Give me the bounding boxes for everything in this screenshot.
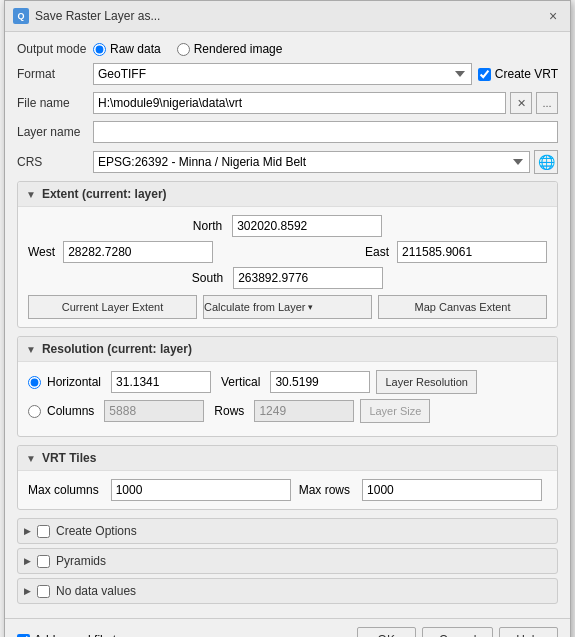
create-vrt-checkbox[interactable]	[478, 68, 491, 81]
pyramids-checkbox[interactable]	[37, 555, 50, 568]
layer-name-row: Layer name	[17, 121, 558, 143]
current-layer-extent-button[interactable]: Current Layer Extent	[28, 295, 197, 319]
file-name-input[interactable]	[93, 92, 506, 114]
browse-file-button[interactable]: ...	[536, 92, 558, 114]
east-group: East	[365, 241, 547, 263]
west-group: West	[28, 241, 213, 263]
crs-select[interactable]: EPSG:26392 - Minna / Nigeria Mid Belt	[93, 151, 530, 173]
pyramids-arrow-icon: ▶	[24, 556, 31, 566]
east-label: East	[365, 245, 389, 259]
footer-left: Add saved file to map	[17, 633, 149, 637]
crs-globe-button[interactable]: 🌐	[534, 150, 558, 174]
south-row: South	[28, 267, 547, 289]
vrt-tiles-section: ▼ VRT Tiles Max columns Max rows	[17, 445, 558, 510]
west-label: West	[28, 245, 55, 259]
rows-input[interactable]	[254, 400, 354, 422]
vrt-tiles-section-header[interactable]: ▼ VRT Tiles	[18, 446, 557, 471]
cancel-button[interactable]: Cancel	[422, 627, 493, 637]
crs-controls: EPSG:26392 - Minna / Nigeria Mid Belt 🌐	[93, 150, 558, 174]
vrt-tiles-arrow-icon: ▼	[26, 453, 36, 464]
clear-file-button[interactable]: ✕	[510, 92, 532, 114]
max-columns-label: Max columns	[28, 483, 99, 497]
format-label: Format	[17, 67, 87, 81]
create-options-header[interactable]: ▶ Create Options	[17, 518, 558, 544]
south-label: South	[192, 271, 223, 285]
extent-section-title: Extent (current: layer)	[42, 187, 167, 201]
pyramids-header[interactable]: ▶ Pyramids	[17, 548, 558, 574]
raw-data-label: Raw data	[110, 42, 161, 56]
no-data-values-section: ▶ No data values	[17, 578, 558, 604]
resolution-section-content: Horizontal Vertical Layer Resolution Col…	[18, 362, 557, 436]
rendered-image-radio[interactable]	[177, 43, 190, 56]
dialog-content: Output mode Raw data Rendered image Form…	[5, 32, 570, 618]
create-options-title: Create Options	[56, 524, 137, 538]
east-input[interactable]	[397, 241, 547, 263]
add-saved-checkbox[interactable]	[17, 634, 30, 638]
ok-button[interactable]: OK	[357, 627, 416, 637]
raw-data-option[interactable]: Raw data	[93, 42, 161, 56]
file-name-row: File name ✕ ...	[17, 92, 558, 114]
layer-size-button[interactable]: Layer Size	[360, 399, 430, 423]
extent-section-header[interactable]: ▼ Extent (current: layer)	[18, 182, 557, 207]
format-controls: GeoTIFF Create VRT	[93, 63, 558, 85]
resolution-section: ▼ Resolution (current: layer) Horizontal…	[17, 336, 558, 437]
pyramids-title: Pyramids	[56, 554, 106, 568]
close-button[interactable]: ×	[544, 7, 562, 25]
north-input[interactable]	[232, 215, 382, 237]
extent-buttons-row: Current Layer Extent Calculate from Laye…	[28, 295, 547, 319]
calculate-from-layer-button[interactable]: Calculate from Layer ▾	[203, 295, 372, 319]
create-options-arrow-icon: ▶	[24, 526, 31, 536]
create-options-checkbox[interactable]	[37, 525, 50, 538]
title-bar: Q Save Raster Layer as... ×	[5, 1, 570, 32]
columns-radio-option[interactable]	[28, 405, 41, 418]
columns-radio[interactable]	[28, 405, 41, 418]
horizontal-input[interactable]	[111, 371, 211, 393]
create-vrt-label: Create VRT	[495, 67, 558, 81]
no-data-values-checkbox[interactable]	[37, 585, 50, 598]
vertical-input[interactable]	[270, 371, 370, 393]
crs-row: CRS EPSG:26392 - Minna / Nigeria Mid Bel…	[17, 150, 558, 174]
output-mode-radio-group: Raw data Rendered image	[93, 42, 282, 56]
max-rows-label: Max rows	[299, 483, 350, 497]
calculate-dropdown-arrow-icon: ▾	[308, 302, 313, 312]
west-east-row: West East	[28, 241, 547, 263]
crs-label: CRS	[17, 155, 87, 169]
max-columns-input[interactable]	[111, 479, 291, 501]
layer-resolution-button[interactable]: Layer Resolution	[376, 370, 477, 394]
layer-name-label: Layer name	[17, 125, 87, 139]
max-rows-input[interactable]	[362, 479, 542, 501]
dialog-footer: Add saved file to map OK Cancel Help	[5, 618, 570, 637]
south-input[interactable]	[233, 267, 383, 289]
west-input[interactable]	[63, 241, 213, 263]
app-icon: Q	[13, 8, 29, 24]
add-saved-option[interactable]: Add saved file to map	[17, 633, 149, 637]
no-data-values-title: No data values	[56, 584, 136, 598]
vrt-tiles-section-content: Max columns Max rows	[18, 471, 557, 509]
columns-input[interactable]	[104, 400, 204, 422]
raw-data-radio[interactable]	[93, 43, 106, 56]
extent-section-content: North West East South	[18, 207, 557, 327]
title-bar-left: Q Save Raster Layer as...	[13, 8, 160, 24]
horizontal-radio[interactable]	[28, 376, 41, 389]
rows-label: Rows	[214, 404, 244, 418]
add-saved-label: Add saved file to map	[34, 633, 149, 637]
file-name-controls: ✕ ...	[93, 92, 558, 114]
rendered-image-option[interactable]: Rendered image	[177, 42, 283, 56]
vrt-tiles-row: Max columns Max rows	[28, 479, 547, 501]
format-select[interactable]: GeoTIFF	[93, 63, 472, 85]
pyramids-section: ▶ Pyramids	[17, 548, 558, 574]
calculate-btn-label: Calculate from Layer	[204, 301, 306, 313]
horizontal-radio-option[interactable]	[28, 376, 41, 389]
file-name-label: File name	[17, 96, 87, 110]
map-canvas-extent-button[interactable]: Map Canvas Extent	[378, 295, 547, 319]
help-button[interactable]: Help	[499, 627, 558, 637]
format-row: Format GeoTIFF Create VRT	[17, 63, 558, 85]
no-data-values-header[interactable]: ▶ No data values	[17, 578, 558, 604]
vrt-tiles-section-title: VRT Tiles	[42, 451, 96, 465]
resolution-section-header[interactable]: ▼ Resolution (current: layer)	[18, 337, 557, 362]
rendered-image-label: Rendered image	[194, 42, 283, 56]
north-label: North	[193, 219, 222, 233]
layer-name-input[interactable]	[93, 121, 558, 143]
create-vrt-option[interactable]: Create VRT	[478, 67, 558, 81]
no-data-values-arrow-icon: ▶	[24, 586, 31, 596]
